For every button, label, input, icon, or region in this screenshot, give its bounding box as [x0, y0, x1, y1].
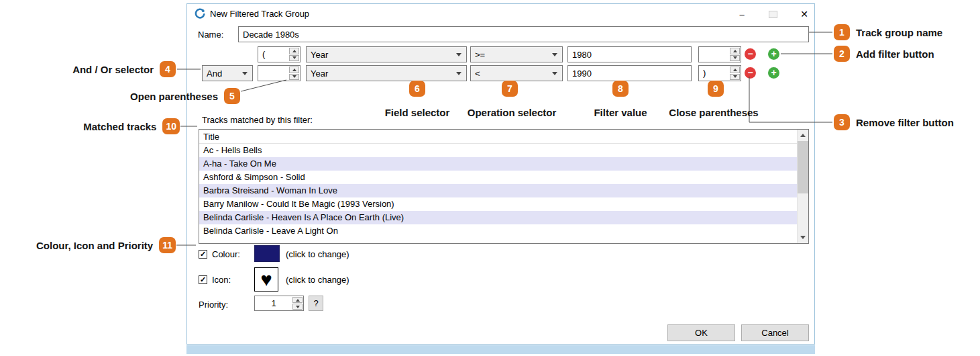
- open-paren-value-2: [258, 66, 289, 81]
- close-paren-spinner-1[interactable]: [698, 46, 741, 62]
- filter-value-2: 1990: [572, 69, 592, 79]
- add-filter-button-2[interactable]: +: [768, 67, 779, 79]
- priority-value: 1: [255, 296, 292, 310]
- track-row[interactable]: Barbra Streisand - Woman In Love: [199, 184, 797, 197]
- plus-icon: +: [771, 49, 776, 58]
- spinner-up-icon[interactable]: [730, 66, 740, 73]
- operation-selector-value-2: <: [475, 69, 480, 79]
- window-title: New Filtered Track Group: [210, 4, 309, 24]
- spinner-up-icon[interactable]: [292, 297, 303, 303]
- open-paren-value-1: (: [258, 47, 289, 62]
- spinner-5: [292, 296, 303, 310]
- check-icon: ✓: [200, 251, 206, 258]
- annotation-badge: 2: [834, 46, 850, 62]
- minus-icon: −: [747, 49, 753, 58]
- priority-input[interactable]: 1: [254, 296, 304, 311]
- spinner-down-icon[interactable]: [289, 55, 299, 62]
- maximize-icon: [769, 11, 777, 18]
- operation-selector-2[interactable]: <: [470, 65, 563, 81]
- spinner-down-icon[interactable]: [289, 74, 299, 81]
- and-or-value-2: And: [207, 69, 222, 79]
- priority-help-button[interactable]: ?: [309, 296, 323, 311]
- cancel-button[interactable]: Cancel: [741, 324, 809, 341]
- and-or-selector-2[interactable]: And: [202, 65, 253, 81]
- name-input[interactable]: Decade 1980s: [238, 26, 809, 42]
- annotation-label: Add filter button: [856, 48, 934, 60]
- filter-value-input-1[interactable]: 1980: [567, 46, 692, 62]
- chevron-down-icon: [456, 72, 461, 75]
- track-row[interactable]: Barry Manilow - Could It Be Magic (1993 …: [199, 197, 797, 211]
- track-row[interactable]: Belinda Carlisle - Heaven Is A Place On …: [199, 211, 797, 224]
- field-selector-2[interactable]: Year: [306, 65, 467, 81]
- new-filtered-track-group-dialog: New Filtered Track Group – ✕ Name: Decad…: [186, 3, 815, 345]
- annotation-label-9: Close parentheses: [647, 107, 781, 118]
- window-shadow-strip: [186, 345, 815, 354]
- chevron-down-icon: [456, 53, 461, 56]
- annotation-label: Remove filter button: [856, 117, 954, 128]
- chevron-down-icon: [552, 53, 557, 56]
- list-items: Ac - Hells Bells A-ha - Take On Me Ashfo…: [199, 144, 797, 243]
- spinner-4: [730, 66, 741, 81]
- screenshot-canvas: New Filtered Track Group – ✕ Name: Decad…: [0, 0, 980, 356]
- close-paren-spinner-2[interactable]: ): [698, 65, 741, 81]
- matched-tracks-label: Tracks matched by this filter:: [202, 114, 313, 127]
- track-row[interactable]: A-ha - Take On Me: [199, 157, 797, 171]
- colour-swatch[interactable]: [254, 245, 280, 262]
- icon-click-hint: (click to change): [286, 273, 349, 287]
- remove-filter-button-2[interactable]: −: [745, 67, 756, 79]
- field-selector-value-2: Year: [311, 69, 328, 79]
- plus-icon: +: [771, 68, 776, 77]
- close-button[interactable]: ✕: [794, 4, 814, 24]
- icon-preview[interactable]: ♥: [254, 267, 278, 292]
- icon-checkbox[interactable]: ✓: [199, 275, 207, 284]
- annotation-11: Colour, Icon and Priority 11: [0, 237, 176, 253]
- chevron-down-icon: [552, 72, 557, 75]
- colour-checkbox[interactable]: ✓: [199, 250, 207, 259]
- scroll-thumb[interactable]: [798, 141, 808, 193]
- annotation-label: Track group name: [856, 27, 942, 38]
- annotation-label: Matched tracks: [83, 121, 156, 132]
- scroll-down-icon[interactable]: [798, 232, 808, 243]
- spinner-up-icon[interactable]: [730, 48, 740, 54]
- filter-value-input-2[interactable]: 1990: [567, 65, 692, 81]
- annotation-badge: 1: [834, 24, 850, 40]
- annotation-badge: 11: [159, 237, 176, 253]
- colour-click-hint: (click to change): [286, 248, 349, 261]
- priority-label: Priority:: [199, 298, 228, 312]
- annotation-badge-8: 8: [612, 81, 629, 97]
- annotation-badge: 3: [834, 114, 850, 130]
- spinner-down-icon[interactable]: [730, 55, 740, 62]
- spinner-1: [289, 47, 300, 62]
- annotation-label: And / Or selector: [72, 64, 154, 75]
- icon-label: Icon:: [212, 273, 231, 287]
- list-column-header-title[interactable]: Title: [199, 130, 797, 144]
- filter-value-1: 1980: [572, 50, 592, 60]
- ok-button[interactable]: OK: [667, 324, 735, 341]
- open-paren-spinner-1[interactable]: (: [258, 46, 301, 62]
- annotation-10: Matched tracks 10: [0, 118, 180, 134]
- track-row[interactable]: Ac - Hells Bells: [199, 144, 797, 157]
- spinner-up-icon[interactable]: [289, 48, 299, 54]
- spinner-down-icon[interactable]: [730, 74, 740, 81]
- operation-selector-1[interactable]: >=: [470, 46, 563, 62]
- minimize-button[interactable]: –: [732, 4, 752, 24]
- name-input-value: Decade 1980s: [243, 30, 299, 40]
- scroll-up-icon[interactable]: [798, 130, 808, 141]
- track-row[interactable]: Belinda Carlisle - Leave A Light On: [199, 224, 797, 238]
- track-row[interactable]: Ashford & Simpson - Solid: [199, 171, 797, 184]
- name-label: Name:: [198, 28, 223, 42]
- annotation-2: 2 Add filter button: [834, 46, 934, 62]
- maximize-button[interactable]: [763, 4, 783, 24]
- spinner-up-icon[interactable]: [289, 66, 299, 73]
- minus-icon: −: [747, 68, 753, 77]
- annotation-badge-7: 7: [502, 81, 518, 97]
- spinner-down-icon[interactable]: [292, 304, 303, 310]
- add-filter-button-1[interactable]: +: [768, 48, 779, 60]
- field-selector-1[interactable]: Year: [306, 46, 467, 62]
- annotation-5: Open parentheses 5: [0, 88, 240, 104]
- remove-filter-button-1[interactable]: −: [745, 48, 756, 60]
- annotation-4: And / Or selector 4: [0, 61, 176, 77]
- open-paren-spinner-2[interactable]: [258, 65, 301, 81]
- matched-tracks-list[interactable]: Title Ac - Hells Bells A-ha - Take On Me…: [199, 129, 809, 244]
- vertical-scrollbar[interactable]: [797, 130, 808, 243]
